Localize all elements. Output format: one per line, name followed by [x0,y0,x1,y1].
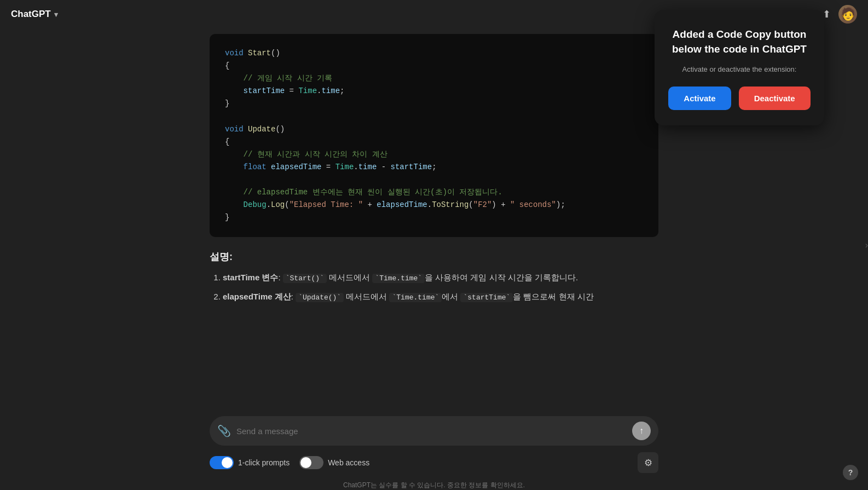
code-line-11 [225,174,643,186]
send-icon: ↑ [639,426,644,436]
explanation-title: 설명: [210,250,658,263]
sidebar-collapse-arrow[interactable]: › [865,240,868,250]
item2-bold: elapsedTime 계산 [223,292,291,301]
code-line-14: } [225,211,643,224]
prompts-toggle-label: 1-click prompts [238,458,290,467]
chevron-down-icon: ▾ [54,10,58,19]
avatar[interactable]: 🧑 [838,5,857,24]
input-bar: 📎 ↑ [210,416,658,446]
item2-code1: `Update()` [296,293,344,302]
header-actions: ⬆ 🧑 [823,5,857,24]
popup-subtitle: Activate or deactivate the extension: [670,65,809,73]
explanation-section: 설명: startTime 변수: `Start()` 메서드에서 `Time.… [210,250,658,304]
help-button[interactable]: ? [843,465,858,480]
popup-buttons: Activate Deactivate [670,87,809,110]
code-line-5: } [225,97,643,110]
explanation-item-2: elapsedTime 계산: `Update()` 메서드에서 `Time.t… [223,290,658,304]
prompts-toggle-knob [222,457,233,468]
code-line-12: // elapsedTime 변수에는 현재 씬이 실행된 시간(초)이 저장됩… [225,186,643,199]
code-line-2: { [225,60,643,72]
code-line-3: // 게임 시작 시간 기록 [225,72,643,85]
toggles-bar: 1-click prompts Web access ⚙ [210,452,658,473]
explanation-list: startTime 변수: `Start()` 메서드에서 `Time.time… [210,271,658,304]
item1-code2: `Time.time` [372,274,425,283]
content-wrapper: void Start() { // 게임 시작 시간 기록 startTime … [210,34,658,315]
explanation-item-1: startTime 변수: `Start()` 메서드에서 `Time.time… [223,271,658,285]
code-line-10: float elapsedTime = Time.time - startTim… [225,161,643,174]
code-line-1: void Start() [225,47,643,60]
item1-bold: startTime 변수 [223,273,278,282]
web-toggle-label: Web access [328,458,369,467]
attach-icon: 📎 [217,424,231,437]
code-block: void Start() { // 게임 시작 시간 기록 startTime … [210,34,658,237]
code-line-6 [225,110,643,123]
input-bar-container: 📎 ↑ 1-click prompts Web access [0,411,868,490]
settings-icon: ⚙ [644,457,652,469]
attach-button[interactable]: 📎 [217,424,231,437]
footer-disclaimer: ChatGPT는 실수를 할 수 있습니다. 중요한 정보를 확인하세요. [343,481,525,490]
item1-code1: `Start()` [283,274,327,283]
app-title: ChatGPT [11,9,51,20]
web-toggle-knob [300,457,311,468]
item2-code2: `Time.time` [389,293,442,302]
item2-code3: `startTime` [460,293,513,302]
app-title-group[interactable]: ChatGPT ▾ [11,9,58,20]
prompts-toggle[interactable] [210,456,234,469]
code-line-13: Debug.Log("Elapsed Time: " + elapsedTime… [225,199,643,211]
activate-button[interactable]: Activate [668,87,731,110]
code-line-9: // 현재 시간과 시작 시간의 차이 계산 [225,148,643,161]
extension-popup: Added a Code Copy button below the code … [655,10,824,125]
code-line-4: startTime = Time.time; [225,85,643,97]
settings-button[interactable]: ⚙ [638,452,658,473]
chevron-right-icon: › [865,240,868,250]
popup-title: Added a Code Copy button below the code … [670,27,809,56]
message-input[interactable] [236,426,627,436]
code-line-7: void Update() [225,123,643,136]
avatar-image: 🧑 [841,7,855,21]
web-toggle[interactable] [299,456,323,469]
prompts-toggle-group: 1-click prompts [210,456,290,469]
code-line-8: { [225,136,643,148]
send-button[interactable]: ↑ [632,422,651,440]
deactivate-button[interactable]: Deactivate [739,87,811,110]
web-toggle-group: Web access [299,456,369,469]
